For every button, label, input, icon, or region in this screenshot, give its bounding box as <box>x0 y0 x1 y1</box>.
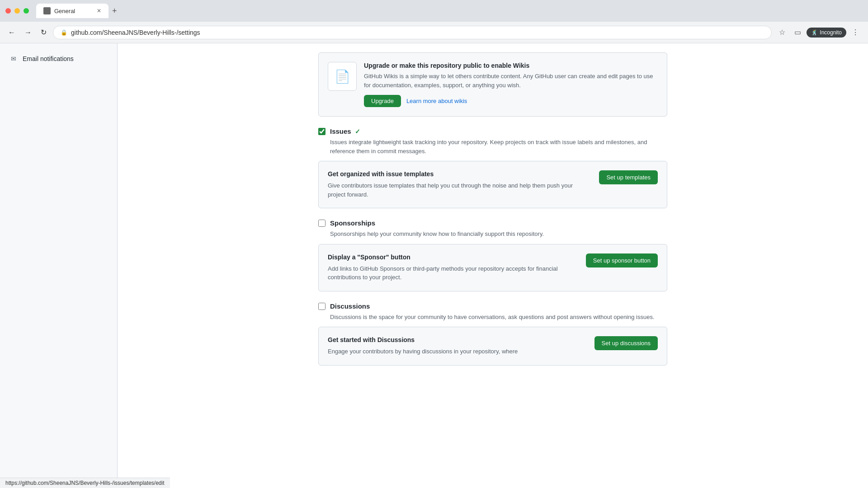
main-content[interactable]: 📄 Upgrade or make this repository public… <box>118 43 868 488</box>
issues-checkbox[interactable] <box>318 128 326 135</box>
status-bar: https://github.com/SheenaJNS/Beverly-Hil… <box>0 478 170 488</box>
wiki-title: Upgrade or make this repository public t… <box>364 62 658 69</box>
discussions-title-row: Discussions <box>330 302 370 310</box>
window-close-btn[interactable] <box>5 8 11 14</box>
wiki-icon-glyph: 📄 <box>335 69 350 84</box>
wiki-upgrade-section: 📄 Upgrade or make this repository public… <box>318 52 667 117</box>
page-layout: ✉ Email notifications 📄 Upgrade or make … <box>0 43 868 488</box>
tab-favicon <box>43 7 51 14</box>
email-icon: ✉ <box>11 55 18 62</box>
discussions-description: Discussions is the space for your commun… <box>330 313 667 322</box>
issues-title: Issues <box>330 127 351 135</box>
discussions-card-description: Engage your contributors by having discu… <box>328 347 585 356</box>
status-url: https://github.com/SheenaJNS/Beverly-Hil… <box>5 480 165 486</box>
incognito-label: Incognito <box>820 29 842 36</box>
incognito-icon: 🕺 <box>811 29 818 36</box>
discussions-card-text: Get started with Discussions Engage your… <box>328 336 585 356</box>
discussions-header: Discussions <box>318 302 667 310</box>
upgrade-button[interactable]: Upgrade <box>364 95 401 107</box>
toolbar-actions: ☆ ▭ 🕺 Incognito ⋮ <box>775 25 863 39</box>
sidebar: ✉ Email notifications <box>0 43 118 488</box>
set-up-sponsor-button[interactable]: Set up sponsor button <box>586 253 658 267</box>
tab-close-icon[interactable]: ✕ <box>97 8 101 14</box>
issues-description: Issues integrate lightweight task tracki… <box>330 138 667 155</box>
discussions-section: Discussions Discussions is the space for… <box>318 302 667 366</box>
sponsorships-title: Sponsorships <box>330 219 375 227</box>
wiki-actions: Upgrade Learn more about wikis <box>364 95 658 107</box>
issues-title-row: Issues ✓ <box>330 127 360 135</box>
sponsorships-section: Sponsorships Sponsorships help your comm… <box>318 219 667 291</box>
wiki-content: 📄 Upgrade or make this repository public… <box>319 53 667 116</box>
content-inner: 📄 Upgrade or make this repository public… <box>307 43 678 385</box>
sponsorships-title-row: Sponsorships <box>330 219 375 227</box>
sponsorships-header: Sponsorships <box>318 219 667 227</box>
new-tab-button[interactable]: + <box>108 5 121 18</box>
sponsorships-card-text: Display a "Sponsor" button Add links to … <box>328 253 577 282</box>
issues-card-description: Give contributors issue templates that h… <box>328 181 590 199</box>
sponsorships-card: Display a "Sponsor" button Add links to … <box>318 244 667 291</box>
sponsorships-card-title: Display a "Sponsor" button <box>328 253 577 261</box>
window-min-btn[interactable] <box>14 8 20 14</box>
titlebar: General ✕ + <box>0 0 868 22</box>
forward-button[interactable]: → <box>22 27 34 38</box>
discussions-card-title: Get started with Discussions <box>328 336 585 343</box>
window-max-btn[interactable] <box>24 8 29 14</box>
discussions-card: Get started with Discussions Engage your… <box>318 327 667 366</box>
tab-label: General <box>54 8 75 14</box>
set-up-templates-button[interactable]: Set up templates <box>599 170 658 184</box>
sponsorships-card-action: Set up sponsor button <box>586 253 658 267</box>
issues-card-title: Get organized with issue templates <box>328 170 590 178</box>
sponsorships-checkbox[interactable] <box>318 220 326 227</box>
address-bar[interactable]: 🔒 github.com/SheenaJNS/Beverly-Hills-/se… <box>53 26 772 39</box>
sponsorships-card-description: Add links to GitHub Sponsors or third-pa… <box>328 264 577 282</box>
discussions-title: Discussions <box>330 302 370 310</box>
incognito-badge[interactable]: 🕺 Incognito <box>807 28 846 38</box>
issues-card-text: Get organized with issue templates Give … <box>328 170 590 199</box>
discussions-card-action: Set up discussions <box>594 336 658 350</box>
back-button[interactable]: ← <box>5 27 18 38</box>
issues-card-action: Set up templates <box>599 170 658 184</box>
sponsorships-description: Sponsorships help your community know ho… <box>330 230 667 239</box>
url-text: github.com/SheenaJNS/Beverly-Hills-/sett… <box>71 29 764 36</box>
tab-bar: General ✕ + <box>33 4 863 18</box>
split-view-button[interactable]: ▭ <box>791 25 805 39</box>
issues-section: Issues ✓ Issues integrate lightweight ta… <box>318 127 667 208</box>
sidebar-item-email-notifications[interactable]: ✉ Email notifications <box>4 52 113 66</box>
browser-toolbar: ← → ↻ 🔒 github.com/SheenaJNS/Beverly-Hil… <box>0 22 868 43</box>
active-tab[interactable]: General ✕ <box>36 4 108 18</box>
discussions-checkbox[interactable] <box>318 303 326 310</box>
window-controls <box>5 8 29 14</box>
issues-header: Issues ✓ <box>318 127 667 135</box>
security-icon: 🔒 <box>61 29 67 36</box>
sidebar-item-label: Email notifications <box>23 55 74 62</box>
sponsorships-title-area: Sponsorships <box>330 219 375 227</box>
learn-more-link[interactable]: Learn more about wikis <box>406 98 467 104</box>
issues-title-area: Issues ✓ <box>330 127 360 135</box>
issues-check-mark: ✓ <box>355 128 360 135</box>
refresh-button[interactable]: ↻ <box>38 26 49 38</box>
discussions-title-area: Discussions <box>330 302 370 310</box>
issues-card: Get organized with issue templates Give … <box>318 161 667 208</box>
menu-button[interactable]: ⋮ <box>848 25 863 39</box>
wiki-description: GitHub Wikis is a simple way to let othe… <box>364 72 658 89</box>
bookmark-button[interactable]: ☆ <box>775 25 789 39</box>
browser-chrome: General ✕ + ← → ↻ 🔒 github.com/SheenaJNS… <box>0 0 868 43</box>
wiki-text-area: Upgrade or make this repository public t… <box>364 62 658 107</box>
set-up-discussions-button[interactable]: Set up discussions <box>594 336 658 350</box>
wiki-icon: 📄 <box>328 62 357 91</box>
